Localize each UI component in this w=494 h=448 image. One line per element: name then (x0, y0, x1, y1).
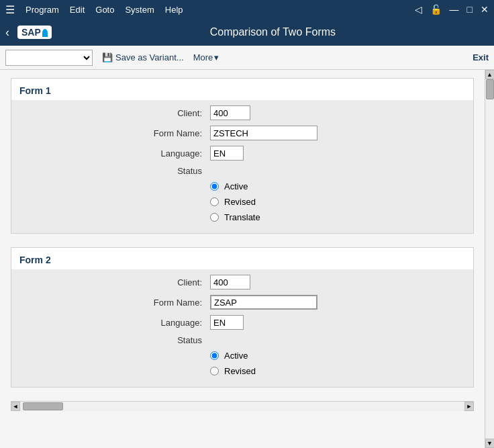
vscroll-up-arrow[interactable]: ▲ (485, 70, 495, 79)
hscroll-thumb[interactable] (23, 402, 63, 410)
form2-radio-active[interactable]: Active (210, 351, 462, 361)
form1-title: Form 1 (11, 79, 473, 100)
form1-client-input[interactable] (210, 105, 250, 120)
horizontal-scrollbar: ◄ ► (11, 401, 474, 410)
save-variant-button[interactable]: 💾 Save as Variant... (98, 51, 188, 64)
hscroll-track[interactable] (20, 402, 464, 411)
form2-section: Form 2 Client: Form Name: Language: Stat… (11, 247, 474, 388)
form2-radio-revised-label: Revised (224, 366, 256, 376)
app-header: ‹ SAP Comparison of Two Forms (0, 19, 494, 46)
form1-inner: Client: Form Name: Language: Status (11, 100, 473, 233)
form2-radio-revised[interactable]: Revised (210, 366, 462, 376)
menu-help[interactable]: Help (165, 5, 183, 15)
form2-formname-input[interactable] (210, 295, 317, 310)
form1-radio-active-input[interactable] (210, 182, 219, 191)
form2-radio-revised-input[interactable] (210, 367, 219, 375)
vertical-scrollbar: ▲ ▼ (485, 70, 494, 448)
form2-formname-label: Form Name: (22, 298, 210, 308)
vscroll-track[interactable] (485, 79, 495, 439)
more-button[interactable]: More ▾ (193, 52, 219, 62)
vscroll-down-arrow[interactable]: ▼ (485, 439, 495, 448)
form1-formname-label: Form Name: (22, 128, 210, 138)
minimize-icon[interactable]: — (450, 4, 459, 15)
exit-button[interactable]: Exit (473, 52, 489, 62)
hamburger-icon[interactable]: ☰ (5, 3, 15, 16)
save-variant-icon: 💾 (102, 52, 113, 62)
more-label: More (193, 52, 213, 62)
close-icon[interactable]: ✕ (481, 4, 489, 15)
form1-radio-revised-input[interactable] (210, 197, 219, 206)
form2-title: Form 2 (11, 248, 473, 269)
form2-status-label: Status (22, 335, 210, 345)
form2-radio-active-input[interactable] (210, 351, 219, 360)
save-variant-label: Save as Variant... (115, 52, 184, 62)
vscroll-thumb[interactable] (486, 79, 494, 99)
form2-radio-group: Active Revised (210, 351, 462, 376)
form2-client-row: Client: (22, 275, 462, 289)
form2-language-row: Language: (22, 315, 462, 330)
form1-section: Form 1 Client: Form Name: Language: Stat… (11, 78, 474, 234)
maximize-icon[interactable]: □ (467, 4, 473, 15)
form2-formname-row: Form Name: (22, 295, 462, 310)
form2-inner: Client: Form Name: Language: Status (11, 269, 473, 387)
form1-formname-row: Form Name: (22, 126, 462, 140)
form1-radio-revised-label: Revised (224, 197, 256, 207)
form1-radio-active-label: Active (224, 181, 248, 191)
form1-client-label: Client: (22, 108, 210, 118)
menu-program[interactable]: Program (26, 5, 59, 15)
form1-radio-active[interactable]: Active (210, 181, 462, 191)
form2-client-label: Client: (22, 277, 210, 287)
menu-goto[interactable]: Goto (95, 5, 114, 15)
hscroll-right-arrow[interactable]: ► (464, 402, 474, 411)
form1-status-row: Status (22, 166, 462, 176)
form2-radio-active-label: Active (224, 351, 248, 361)
form2-status-row: Status (22, 335, 462, 345)
menu-bar: ☰ Program Edit Goto System Help ◁ 🔓 — □ … (0, 0, 494, 19)
page-title: Comparison of Two Forms (57, 26, 489, 38)
form1-radio-group: Active Revised Translate (210, 181, 462, 222)
lock-icon[interactable]: 🔓 (430, 4, 442, 15)
hscroll-left-arrow[interactable]: ◄ (11, 402, 20, 411)
form2-language-input[interactable] (210, 315, 244, 330)
undo-icon[interactable]: ◁ (415, 4, 422, 15)
form1-formname-input[interactable] (210, 126, 317, 140)
form1-radio-translate[interactable]: Translate (210, 212, 462, 222)
form1-status-label: Status (22, 166, 210, 176)
form1-language-input[interactable] (210, 146, 244, 161)
form2-client-input[interactable] (210, 275, 250, 289)
content-area: Form 1 Client: Form Name: Language: Stat… (0, 70, 485, 448)
form1-radio-translate-label: Translate (224, 212, 260, 222)
back-button[interactable]: ‹ (5, 26, 9, 40)
form2-language-label: Language: (22, 318, 210, 328)
toolbar: 💾 Save as Variant... More ▾ Exit (0, 46, 494, 70)
variant-dropdown[interactable] (5, 50, 93, 66)
menu-edit[interactable]: Edit (70, 5, 85, 15)
form1-client-row: Client: (22, 105, 462, 120)
menu-system[interactable]: System (125, 5, 154, 15)
more-chevron-icon: ▾ (214, 52, 219, 62)
form1-radio-translate-input[interactable] (210, 213, 219, 222)
form1-language-row: Language: (22, 146, 462, 161)
form1-language-label: Language: (22, 148, 210, 159)
sap-logo: SAP (17, 26, 52, 39)
form1-radio-revised[interactable]: Revised (210, 197, 462, 207)
